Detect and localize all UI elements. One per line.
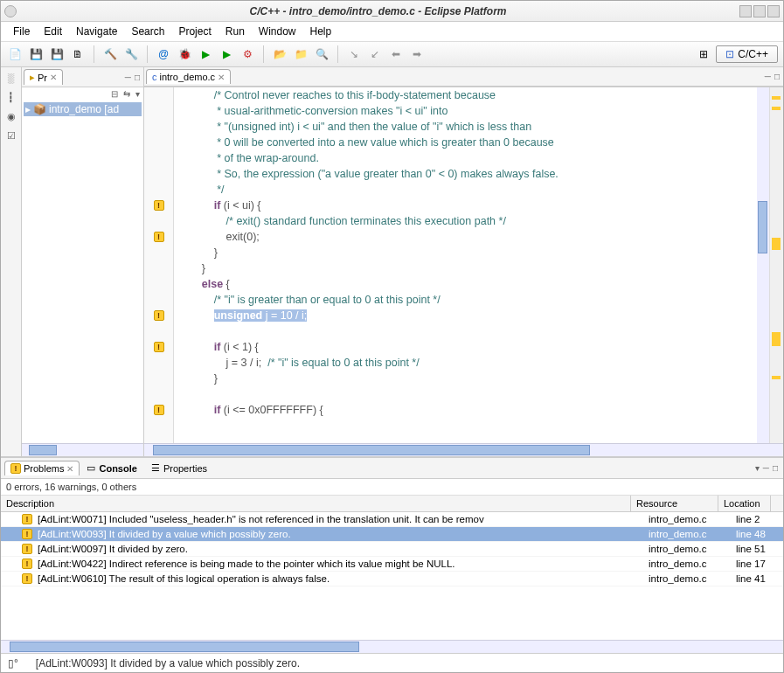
menu-file[interactable]: File [8,24,35,39]
menu-run[interactable]: Run [220,24,250,39]
table-row[interactable]: [AdLint:W0071] Included "useless_header.… [1,512,783,527]
view-menu-icon[interactable]: ▾ [134,89,142,99]
col-description[interactable]: Description [1,496,631,511]
console-icon: ▭ [87,462,95,474]
minimize-view-icon[interactable]: ─ [761,463,771,473]
forward-button[interactable]: ➡ [408,45,426,63]
project-hscroll[interactable] [22,443,143,456]
tab-console[interactable]: ▭ Console [80,460,143,476]
maximize-view-icon[interactable]: □ [133,73,142,82]
editor-tab-intro-demo[interactable]: c intro_demo.c ✕ [146,69,231,84]
link-editor-icon[interactable]: ⇆ [121,89,132,99]
close-button[interactable] [767,5,780,17]
run-last-button[interactable]: ▶ [218,45,235,63]
code-area[interactable]: /* Control never reaches to this if-body… [174,87,769,443]
menu-help[interactable]: Help [305,24,337,39]
col-location[interactable]: Location [718,496,771,511]
maximize-button[interactable] [753,5,766,17]
warning-icon [22,573,32,584]
overview-ruler[interactable] [769,87,783,443]
menu-search[interactable]: Search [126,24,170,39]
titlebar: C/C++ - intro_demo/intro_demo.c - Eclips… [1,1,783,22]
tab-problems[interactable]: Problems ✕ [4,461,80,475]
collapse-all-icon[interactable]: ⊟ [109,89,120,99]
problems-summary: 0 errors, 16 warnings, 0 others [1,479,783,496]
editor-gutter[interactable] [144,87,174,443]
expand-icon[interactable]: ▸ [25,103,31,115]
table-row[interactable]: [AdLint:W0422] Indirect reference is bei… [1,557,783,572]
tree-item-project[interactable]: ▸ 📦 intro_demo [ad [24,102,142,116]
view-menu-icon[interactable]: ▾ [753,463,761,473]
app-window: C/C++ - intro_demo/intro_demo.c - Eclips… [0,0,784,673]
search-button[interactable]: 🔍 [313,45,330,63]
editor-area: c intro_demo.c ✕ ─ □ /* Control never re… [144,67,783,456]
problems-header: Description Resource Location [1,496,783,512]
open-folder-button[interactable]: 📁 [292,45,309,63]
menu-navigate[interactable]: Navigate [71,24,122,39]
menu-project[interactable]: Project [173,24,216,39]
minimize-editor-icon[interactable]: ─ [763,72,773,81]
outline-icon[interactable]: ┇ [4,92,18,106]
separator [147,45,148,63]
build-all-button[interactable]: 🔧 [122,45,140,63]
project-icon: 📦 [33,103,46,115]
warning-icon [22,544,32,554]
close-editor-tab-icon[interactable]: ✕ [218,73,225,82]
table-row[interactable]: [AdLint:W0610] The result of this logica… [1,572,783,586]
bottom-panel: Problems ✕ ▭ Console ☰ Properties ▾ ─ □ … [1,456,783,653]
menu-window[interactable]: Window [253,24,302,39]
perspective-cpp[interactable]: ⊡C/C++ [716,45,778,63]
window-title: C/C++ - intro_demo/intro_demo.c - Eclips… [17,5,739,17]
project-tabs: ▸ Pr ✕ ─ □ [22,67,143,87]
table-vscroll-spacer [771,496,783,511]
targets-icon[interactable]: ◉ [4,111,18,125]
open-perspective-button[interactable]: ⊞ [695,45,712,63]
prev-annotation-button[interactable]: ↙ [366,45,384,63]
window-controls [739,5,780,17]
new-button[interactable]: 📄 [6,45,24,63]
statusbar: ▯° [AdLint:W0093] It divided by a value … [1,653,783,672]
separator [94,45,94,63]
ext-tools-button[interactable]: ⚙ [239,45,256,63]
project-toolbar: ⊟ ⇆ ▾ [22,87,143,101]
save-all-button[interactable]: 💾 [48,45,66,63]
editor: /* Control never reaches to this if-body… [144,87,783,443]
separator [263,45,264,63]
build-button[interactable]: 🔨 [101,45,119,63]
open-type-button[interactable]: @ [155,45,172,63]
tab-properties[interactable]: ☰ Properties [144,460,214,476]
project-explorer: ▸ Pr ✕ ─ □ ⊟ ⇆ ▾ ▸ 📦 intro_demo [ad [22,67,144,456]
next-annotation-button[interactable]: ↘ [345,45,363,63]
editor-hscroll[interactable] [144,443,783,456]
main-toolbar: 📄 💾 💾 🗎 🔨 🔧 @ 🐞 ▶ ▶ ⚙ 📂 📁 🔍 ↘ ↙ ⬅ ➡ ⊞ ⊡C… [1,42,783,67]
editor-vscroll[interactable] [757,87,769,443]
close-tab-icon[interactable]: ✕ [50,73,57,82]
col-resource[interactable]: Resource [631,496,718,511]
project-tree[interactable]: ▸ 📦 intro_demo [ad [22,101,143,443]
left-trim: ░ ┇ ◉ ☑ [1,67,22,456]
tasks-icon[interactable]: ☑ [4,130,18,144]
status-icon: ▯° [8,657,18,670]
save-button[interactable]: 💾 [27,45,45,63]
back-button[interactable]: ⬅ [387,45,405,63]
maximize-view-icon[interactable]: □ [771,463,780,473]
close-tab-icon[interactable]: ✕ [66,464,73,474]
table-row[interactable]: [AdLint:W0093] It divided by a value whi… [1,527,783,542]
print-button[interactable]: 🗎 [69,45,87,63]
minimize-button[interactable] [739,5,752,17]
project-explorer-tab[interactable]: ▸ Pr ✕ [24,69,63,85]
trim-icon[interactable]: ░ [4,73,18,87]
problems-hscroll[interactable] [1,640,783,653]
menu-edit[interactable]: Edit [38,24,67,39]
maximize-editor-icon[interactable]: □ [773,72,781,81]
run-button[interactable]: ▶ [197,45,214,63]
properties-icon: ☰ [151,462,160,474]
problems-table[interactable]: [AdLint:W0071] Included "useless_header.… [1,512,783,640]
editor-tabs: c intro_demo.c ✕ ─ □ [144,67,783,87]
warning-icon [22,559,32,569]
app-icon [4,5,17,17]
table-row[interactable]: [AdLint:W0097] It divided by zero.intro_… [1,542,783,557]
minimize-view-icon[interactable]: ─ [123,73,133,82]
open-button[interactable]: 📂 [271,45,288,63]
debug-button[interactable]: 🐞 [176,45,193,63]
